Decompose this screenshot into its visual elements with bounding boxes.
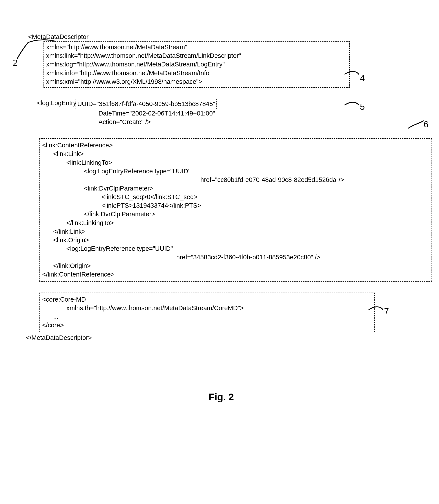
link-open: <link:Link> xyxy=(53,150,429,158)
ler2-line-b: href="34583cd2-f360-4f0b-b011-885953e20c… xyxy=(176,253,429,262)
core-ns: xmlns:th="http://www.thomson.net/MetaDat… xyxy=(66,304,372,312)
label-7: 7 xyxy=(384,305,389,317)
ns-line: xmlns:xml="http://www.w3.org/XML/1998/na… xyxy=(46,78,347,86)
dvr-open: <link:DvrClpiParameter> xyxy=(84,184,429,193)
ns-line: xmlns:info="http://www.thomson.net/MetaD… xyxy=(46,69,347,78)
stc-seq: <link:STC_seq>0</link:STC_seq> xyxy=(101,193,429,201)
link-close: </link:Link> xyxy=(53,227,429,236)
core-md-box: <core:Core-MD xmlns:th="http://www.thoms… xyxy=(39,293,375,332)
dvr-close: </link:DvrClpiParameter> xyxy=(84,210,429,219)
core-open: <core:Core-MD xyxy=(42,295,372,304)
uuid-box: UUID="351f687f-fdfa-4050-9c59-bb513bc878… xyxy=(76,99,217,109)
root-close-tag: </MetaDataDescriptor> xyxy=(26,334,427,342)
core-close: </core> xyxy=(42,321,372,330)
cr-open: <link:ContentReference> xyxy=(42,141,429,150)
logentry-line1: <log:LogEntry UUID="351f687f-fdfa-4050-9… xyxy=(37,99,427,109)
ns-line: xmlns:link="http://www.thomson.net/MetaD… xyxy=(46,52,347,60)
core-ellipsis: ... xyxy=(53,312,372,321)
figure-caption: Fig. 2 xyxy=(15,390,427,403)
origin-open: <link:Origin> xyxy=(53,236,429,245)
linkingto-close: </link:LinkingTo> xyxy=(66,219,429,227)
cr-close: </link:ContentReference> xyxy=(42,270,429,279)
namespace-box: xmlns="http://www.thomson.net/MetaDataSt… xyxy=(44,41,350,88)
content-reference-box: <link:ContentReference> <link:Link> <lin… xyxy=(39,138,432,281)
linkingto-open: <link:LinkingTo> xyxy=(66,158,429,167)
label-6: 6 xyxy=(424,118,428,130)
ns-line: xmlns="http://www.thomson.net/MetaDataSt… xyxy=(46,43,347,52)
label-4: 4 xyxy=(360,72,365,84)
label-5: 5 xyxy=(360,101,365,113)
ler2-line-a: <log:LogEntryReference type="UUID" xyxy=(66,245,429,253)
pts: <link:PTS>1319433744</link:PTS> xyxy=(101,201,429,210)
xml-diagram: <MetaDataDescriptor xmlns="http://www.th… xyxy=(15,33,427,404)
ler1-line-b: href="cc80b1fd-e070-48ad-90c8-82ed5d1526… xyxy=(200,176,429,184)
ns-line: xmlns:log="http://www.thomson.net/MetaDa… xyxy=(46,60,347,69)
ler1-line-a: <log:LogEntryReference type="UUID" xyxy=(84,167,429,176)
logentry-open: <log:LogEntry xyxy=(37,99,76,107)
logentry-datetime: DateTime="2002-02-06T14:41:49+01:00" xyxy=(98,109,427,118)
root-open-tag: <MetaDataDescriptor xyxy=(28,33,427,41)
origin-close: </link:Origin> xyxy=(53,262,429,270)
label-2: 2 xyxy=(13,57,18,69)
logentry-action: Action="Create" /> xyxy=(98,118,427,126)
